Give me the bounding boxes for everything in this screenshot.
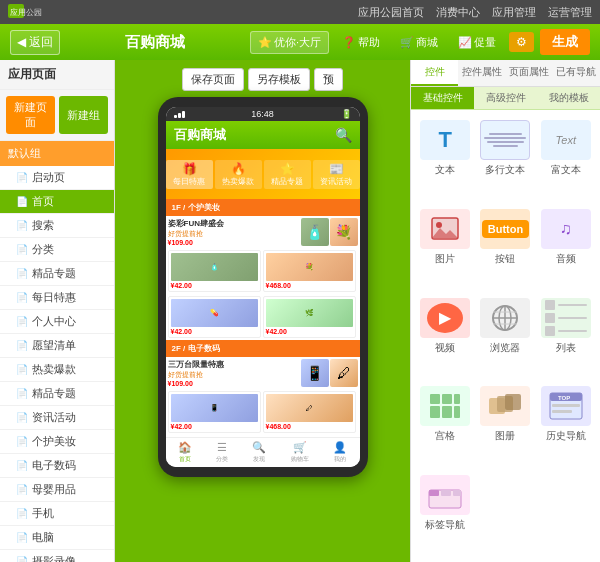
tab-page-props[interactable]: 页面属性 — [506, 60, 553, 86]
widget-tabs[interactable]: 标签导航 — [417, 471, 473, 556]
widget-richtext[interactable]: Text 富文本 — [538, 116, 594, 201]
product-card-1[interactable]: 🧴 ¥42.00 — [168, 250, 261, 292]
widget-list[interactable]: 列表 — [538, 294, 594, 379]
product-card-2[interactable]: 💐 ¥468.00 — [263, 250, 356, 292]
banner-tab-3[interactable]: 📰 资讯活动 — [313, 160, 360, 189]
phone-nav-discover[interactable]: 🔍 发现 — [252, 441, 266, 464]
sidebar-item-daily[interactable]: 📄 每日特惠 — [0, 286, 114, 310]
svg-rect-20 — [505, 394, 521, 410]
phone-mockup: 16:48 🔋 百购商城 🔍 🎁 每日特惠 — [158, 97, 368, 477]
page-icon-launch: 📄 — [16, 172, 28, 183]
gear-icon: ⚙ — [516, 35, 527, 49]
widget-browser-label: 浏览器 — [490, 341, 520, 355]
sidebar-item-hot[interactable]: 📄 热卖爆款 — [0, 358, 114, 382]
widget-grid-widget[interactable]: 宫格 — [417, 382, 473, 467]
sidebar-item-beauty[interactable]: 📄 个护美妆 — [0, 430, 114, 454]
phone-nav-profile[interactable]: 👤 我的 — [333, 441, 347, 464]
page-icon-search: 📄 — [16, 220, 28, 231]
subtab-advanced[interactable]: 高级控件 — [474, 87, 537, 109]
nav-shop-btn[interactable]: 🛒 商城 — [393, 32, 445, 53]
widget-history-label: 历史导航 — [546, 429, 586, 443]
banner-tab-0[interactable]: 🎁 每日特惠 — [166, 160, 213, 189]
sidebar-item-news[interactable]: 📄 资讯活动 — [0, 406, 114, 430]
sidebar-item-phone[interactable]: 📄 手机 — [0, 502, 114, 526]
widget-gallery[interactable]: 图册 — [477, 382, 533, 467]
product-card-4[interactable]: 🌿 ¥42.00 — [263, 296, 356, 338]
page-icon-babycare: 📄 — [16, 484, 28, 495]
widget-browser[interactable]: 浏览器 — [477, 294, 533, 379]
product-card-5[interactable]: 📱 ¥42.00 — [168, 391, 261, 433]
tab-widgets[interactable]: 控件 — [411, 60, 458, 86]
sidebar-item-launch[interactable]: 📄 启动页 — [0, 166, 114, 190]
promo-1-sub: 好货提前抢 — [168, 229, 299, 239]
preview-button[interactable]: 预 — [314, 68, 343, 91]
product-card-6[interactable]: 🖊 ¥468.00 — [263, 391, 356, 433]
generate-label: 生成 — [552, 34, 578, 49]
top-nav-ops[interactable]: 运营管理 — [548, 5, 592, 20]
sidebar-item-featured[interactable]: 📄 精品专题 — [0, 262, 114, 286]
widget-text[interactable]: T 文本 — [417, 116, 473, 201]
product-img-6: 🖊 — [266, 394, 353, 422]
banner-tab-1[interactable]: 🔥 热卖爆款 — [215, 160, 262, 189]
sidebar-item-wishlist[interactable]: 📄 愿望清单 — [0, 334, 114, 358]
promo-1-info: 姿彩FUN肆盛会 好货提前抢 ¥109.00 — [168, 218, 299, 246]
sidebar-item-computer[interactable]: 📄 电脑 — [0, 526, 114, 550]
phone-nav-category[interactable]: ☰ 分类 — [216, 441, 228, 464]
tab-widget-props[interactable]: 控件属性 — [458, 60, 505, 86]
widget-audio[interactable]: ♫ 音频 — [538, 205, 594, 290]
product-img-3: 💊 — [171, 299, 258, 327]
product-img-2: 💐 — [266, 253, 353, 281]
banner-tab-2[interactable]: ⭐ 精品专题 — [264, 160, 311, 189]
tab-nav[interactable]: 已有导航 — [553, 60, 600, 86]
top-nav-apppark[interactable]: 应用公园首页 — [358, 5, 424, 20]
top-nav-consumer-label: 消费中心 — [436, 5, 480, 20]
new-page-button[interactable]: 新建页面 — [6, 96, 55, 134]
subtab-mytemplate[interactable]: 我的模板 — [537, 87, 600, 109]
nav-help-btn[interactable]: ❓ 帮助 — [335, 32, 387, 53]
phone-nav-cart[interactable]: 🛒 购物车 — [291, 441, 309, 464]
phone-nav-home[interactable]: 🏠 首页 — [178, 441, 192, 464]
widget-video[interactable]: ▶ 视频 — [417, 294, 473, 379]
sidebar-item-digital[interactable]: 📄 电子数码 — [0, 454, 114, 478]
promo-img-3: 📱 — [301, 359, 329, 387]
product-grid-1: 🧴 ¥42.00 💐 ¥468.00 — [166, 248, 360, 294]
sidebar-item-home[interactable]: 📄 首页 — [0, 190, 114, 214]
sec-nav: ◀ 返回 百购商城 ⭐ 优你·大厅 ❓ 帮助 🛒 商城 📈 促量 ⚙ 生成 — [0, 24, 600, 60]
product-img-5: 📱 — [171, 394, 258, 422]
widget-image-icon — [420, 209, 470, 249]
settings-button[interactable]: ⚙ — [509, 32, 534, 52]
sidebar-item-personal[interactable]: 📄 个人中心 — [0, 310, 114, 334]
widget-text-icon: T — [420, 120, 470, 160]
sidebar-item-babycare[interactable]: 📄 母婴用品 — [0, 478, 114, 502]
generate-button[interactable]: 生成 — [540, 29, 590, 55]
promo-1-images: 🧴 💐 — [301, 218, 358, 246]
sidebar-item-camera[interactable]: 📄 摄影录像 — [0, 550, 114, 562]
promo-1-price: ¥109.00 — [168, 239, 299, 246]
back-button[interactable]: ◀ 返回 — [10, 30, 60, 55]
product-price-6: ¥468.00 — [266, 423, 353, 430]
shop-icon: 🛒 — [400, 36, 414, 49]
page-icon-hot: 📄 — [16, 364, 28, 375]
sidebar-group-default[interactable]: 默认组 — [0, 141, 114, 166]
save-page-button[interactable]: 保存页面 — [182, 68, 244, 91]
sidebar-item-search[interactable]: 📄 搜索 — [0, 214, 114, 238]
sidebar-item-category[interactable]: 📄 分类 — [0, 238, 114, 262]
top-nav-consumer[interactable]: 消费中心 — [436, 5, 480, 20]
save-template-button[interactable]: 另存模板 — [248, 68, 310, 91]
widget-multitext[interactable]: 多行文本 — [477, 116, 533, 201]
nav-hall-btn[interactable]: ⭐ 优你·大厅 — [250, 31, 329, 54]
phone-banner[interactable]: 🎁 每日特惠 🔥 热卖爆款 ⭐ 精品专题 📰 — [166, 149, 360, 199]
product-card-3[interactable]: 💊 ¥42.00 — [168, 296, 261, 338]
widget-history[interactable]: TOP 历史导航 — [538, 382, 594, 467]
phone-search-icon[interactable]: 🔍 — [335, 127, 352, 143]
sidebar-item-featured2[interactable]: 📄 精品专题 — [0, 382, 114, 406]
widget-button[interactable]: Button 按钮 — [477, 205, 533, 290]
widget-image[interactable]: 图片 — [417, 205, 473, 290]
new-group-button[interactable]: 新建组 — [59, 96, 108, 134]
canvas-toolbar: 保存页面 另存模板 预 — [182, 68, 343, 91]
svg-text:公园: 公园 — [26, 8, 42, 17]
top-nav-apppark-label: 应用公园首页 — [358, 5, 424, 20]
subtab-basic[interactable]: 基础控件 — [411, 87, 474, 109]
nav-promo-btn[interactable]: 📈 促量 — [451, 32, 503, 53]
top-nav-appmanage[interactable]: 应用管理 — [492, 5, 536, 20]
